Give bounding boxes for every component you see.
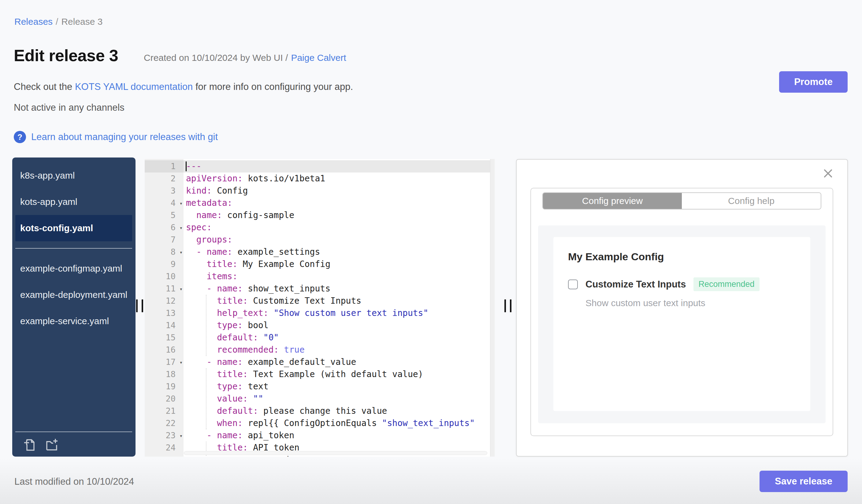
file-list-divider <box>15 248 132 249</box>
line-number: 18 <box>145 368 184 381</box>
code-text: title: Text Example (with default value) <box>184 368 495 381</box>
code-line-3[interactable]: 3kind: Config <box>145 185 495 197</box>
text-cursor <box>186 161 186 171</box>
tab-config-preview[interactable]: Config preview <box>543 193 682 209</box>
sidebar-file-example-service.yaml[interactable]: example-service.yaml <box>12 308 135 334</box>
docs-line: Check out the KOTS YAML documentation fo… <box>14 81 353 92</box>
code-line-1[interactable]: 1--- <box>145 160 495 172</box>
code-line-9[interactable]: 9 title: My Example Config <box>145 258 495 270</box>
git-help-row[interactable]: ? Learn about managing your releases wit… <box>14 131 218 143</box>
line-number: 11▾ <box>145 282 184 295</box>
code-line-23[interactable]: 23▾ - name: api_token <box>145 429 495 442</box>
sidebar-file-kots-app.yaml[interactable]: kots-app.yaml <box>12 189 135 215</box>
breadcrumb: Releases/Release 3 <box>14 16 103 27</box>
breadcrumb-separator: / <box>56 16 58 27</box>
code-line-7[interactable]: 7 groups: <box>145 234 495 246</box>
editor-hscrollbar[interactable] <box>184 451 487 455</box>
close-icon[interactable] <box>823 168 833 178</box>
page-title: Edit release 3 <box>14 46 118 65</box>
line-number: 9 <box>145 258 184 270</box>
fold-arrow-icon[interactable]: ▾ <box>180 356 183 369</box>
code-line-2[interactable]: 2apiVersion: kots.io/v1beta1 <box>145 172 495 185</box>
code-line-10[interactable]: 10 items: <box>145 270 495 282</box>
code-line-14[interactable]: 14 type: bool <box>145 319 495 332</box>
sidebar-file-example-configmap.yaml[interactable]: example-configmap.yaml <box>12 255 135 282</box>
code-text: type: bool <box>184 319 495 332</box>
code-line-20[interactable]: 20 value: "" <box>145 393 495 405</box>
config-group-title: My Example Config <box>568 251 796 263</box>
config-item-help: Show custom user text inputs <box>586 298 796 308</box>
code-line-16[interactable]: 16 recommended: true <box>145 344 495 356</box>
last-modified-text: Last modified on 10/10/2024 <box>14 476 134 487</box>
line-number: 21 <box>145 405 184 417</box>
sidebar-file-k8s-app.yaml[interactable]: k8s-app.yaml <box>12 162 135 189</box>
fold-arrow-icon[interactable]: ▾ <box>180 246 183 258</box>
code-line-15[interactable]: 15 default: "0" <box>145 332 495 344</box>
question-mark-icon: ? <box>14 131 26 143</box>
code-line-19[interactable]: 19 type: text <box>145 381 495 393</box>
code-line-4[interactable]: 4▾metadata: <box>145 197 495 209</box>
promote-button[interactable]: Promote <box>779 71 848 93</box>
line-number: 22 <box>145 417 184 429</box>
line-number: 13 <box>145 307 184 319</box>
created-text: Created on 10/10/2024 by Web UI / <box>144 53 288 63</box>
config-preview-panel: Config previewConfig help My Example Con… <box>516 159 848 456</box>
code-text: kind: Config <box>184 185 495 197</box>
line-number: 3 <box>145 185 184 197</box>
new-folder-icon[interactable] <box>44 437 59 452</box>
line-number: 25 <box>145 454 184 456</box>
yaml-editor[interactable]: 1---2apiVersion: kots.io/v1beta13kind: C… <box>145 159 495 456</box>
line-number: 12 <box>145 295 184 307</box>
recommended-badge: Recommended <box>693 277 759 291</box>
fold-arrow-icon[interactable]: ▾ <box>180 430 183 442</box>
fold-arrow-icon[interactable]: ▾ <box>180 222 183 234</box>
code-text: spec: <box>184 222 495 234</box>
code-text: groups: <box>184 234 495 246</box>
code-line-17[interactable]: 17▾ - name: example_default_value <box>145 356 495 368</box>
line-number: 4▾ <box>145 197 184 209</box>
code-line-13[interactable]: 13 help_text: "Show custom user text inp… <box>145 307 495 319</box>
indent-guide <box>206 368 207 429</box>
channel-status: Not active in any channels <box>14 102 125 113</box>
breadcrumb-releases-link[interactable]: Releases <box>14 16 53 27</box>
code-line-11[interactable]: 11▾ - name: show_text_inputs <box>145 282 495 295</box>
code-line-12[interactable]: 12 title: Customize Text Inputs <box>145 295 495 307</box>
sidebar-file-kots-config.yaml[interactable]: kots-config.yaml <box>15 215 132 241</box>
code-text: default: please change this value <box>184 405 495 417</box>
code-text: title: My Example Config <box>184 258 495 270</box>
code-text: apiVersion: kots.io/v1beta1 <box>184 172 495 185</box>
code-line-18[interactable]: 18 title: Text Example (with default val… <box>145 368 495 381</box>
line-number: 15 <box>145 332 184 344</box>
code-text: title: Customize Text Inputs <box>184 295 495 307</box>
editor-vscrollbar[interactable] <box>490 159 495 456</box>
code-line-6[interactable]: 6▾spec: <box>145 222 495 234</box>
code-text: default: "0" <box>184 332 495 344</box>
code-text: type: text <box>184 381 495 393</box>
preview-resize-handle[interactable] <box>505 300 511 312</box>
fold-arrow-icon[interactable]: ▾ <box>180 197 183 210</box>
preview-card: Config previewConfig help My Example Con… <box>531 188 833 436</box>
line-number: 1 <box>145 160 184 172</box>
customize-text-inputs-checkbox[interactable] <box>568 279 578 289</box>
line-number: 2 <box>145 172 184 185</box>
line-number: 14 <box>145 319 184 332</box>
line-number: 7 <box>145 234 184 246</box>
code-line-8[interactable]: 8▾ - name: example_settings <box>145 246 495 258</box>
code-line-5[interactable]: 5 name: config-sample <box>145 209 495 222</box>
sidebar-file-example-deployment.yaml[interactable]: example-deployment.yaml <box>12 282 135 308</box>
created-author-link[interactable]: Paige Calvert <box>291 53 346 63</box>
file-sidebar: k8s-app.yamlkots-app.yamlkots-config.yam… <box>12 158 135 456</box>
sidebar-resize-handle[interactable] <box>136 300 143 312</box>
fold-arrow-icon[interactable]: ▾ <box>180 283 183 295</box>
line-number: 24 <box>145 442 184 454</box>
new-file-icon[interactable] <box>22 437 37 452</box>
code-line-22[interactable]: 22 when: repl{{ ConfigOptionEquals "show… <box>145 417 495 429</box>
indent-guide <box>206 295 207 356</box>
tab-config-help[interactable]: Config help <box>682 193 821 209</box>
preview-content-area: My Example Config Customize Text Inputs … <box>538 225 826 423</box>
kots-docs-link[interactable]: KOTS YAML documentation <box>75 81 193 92</box>
code-line-21[interactable]: 21 default: please change this value <box>145 405 495 417</box>
save-release-button[interactable]: Save release <box>759 471 848 492</box>
line-number: 5 <box>145 209 184 222</box>
git-releases-link[interactable]: Learn about managing your releases with … <box>31 132 218 143</box>
